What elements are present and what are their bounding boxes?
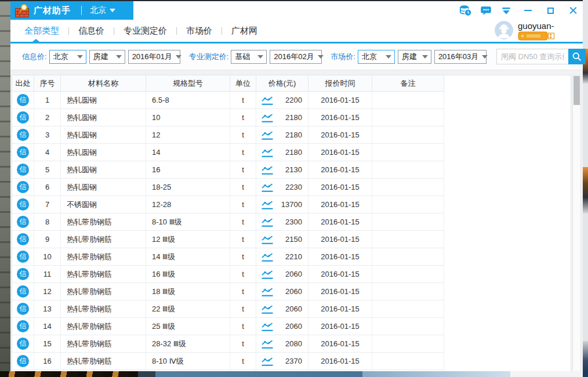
info-price-month-select[interactable]: 2016年01月 [128,50,180,64]
search-button[interactable] [568,49,586,64]
table-row[interactable]: 信 4 热轧圆钢 14 t 2180 2016-01-15 [12,144,444,161]
cell-seq: 8 [34,213,61,230]
price-trend-icon[interactable] [261,130,274,140]
cell-price: 2180 [285,113,302,122]
professional-price-month-select[interactable]: 2016年02月 [270,50,322,64]
cell-material-name: 热轧圆钢 [61,126,146,143]
city-picker[interactable]: 北京 [90,5,115,16]
table-row[interactable]: 信 5 热轧圆钢 16 t 2130 2016-01-15 [12,161,444,179]
cell-seq: 12 [34,283,61,300]
info-source-badge[interactable]: 信 [17,129,29,141]
table-row[interactable]: 信 6 热轧圆钢 18-25 t 2230 2016-01-15 [12,179,444,196]
table-row[interactable]: 信 3 热轧圆钢 12 t 2180 2016-01-15 [12,126,444,144]
price-trend-icon[interactable] [261,147,274,157]
titlebar-brand: 广材助手 北京 [10,1,133,20]
table-row[interactable]: 信 14 热轧带肋钢筋 25 Ⅲ级 t 2060 2016-01-15 [12,318,444,335]
info-source-badge[interactable]: 信 [17,146,29,158]
info-price-trade-select[interactable]: 房建 [89,50,125,64]
professional-price-level-select[interactable]: 基础 [231,50,267,64]
avatar[interactable] [495,21,513,39]
table-row[interactable]: 信 12 热轧带肋钢筋 18 Ⅲ级 t 2060 2016-01-15 [12,283,444,300]
table-row[interactable]: 信 2 热轧圆钢 10 t 2180 2016-01-15 [12,109,444,126]
price-trend-icon[interactable] [261,165,274,175]
info-source-badge[interactable]: 信 [17,198,29,211]
cell-price: 2150 [285,235,302,244]
tab-separator [222,27,222,35]
market-price-region-select[interactable]: 北京 [358,50,395,64]
price-trend-icon[interactable] [261,339,274,349]
tab-separator [114,27,114,35]
price-trend-icon[interactable] [261,321,274,331]
price-trend-icon[interactable] [261,356,274,366]
price-trend-icon[interactable] [261,182,274,192]
table-row[interactable]: 信 [12,370,444,371]
cell-seq: 5 [34,161,61,178]
cell-price: 2060 [285,287,302,296]
active-tab-pointer [32,39,39,42]
info-source-badge[interactable]: 信 [17,111,29,124]
info-source-badge[interactable]: 信 [17,251,29,263]
username[interactable]: guoyuan- [518,21,555,31]
table-row[interactable]: 信 8 热轧带肋钢筋 8-10 Ⅲ级 t 2300 2016-01-15 [12,213,444,231]
info-source-badge[interactable]: 信 [17,164,29,176]
table-row[interactable]: 信 7 不锈圆钢 12-28 t 13700 2016-01-15 [12,196,444,213]
info-source-badge[interactable]: 信 [17,338,29,350]
info-source-badge[interactable]: 信 [17,320,29,332]
cell-date: 2016-01-15 [308,161,372,178]
table-row[interactable]: 信 1 热轧圆钢 6.5-8 t 2200 2016-01-15 [12,92,444,109]
maximize-button[interactable] [543,4,558,17]
close-button[interactable] [565,4,580,17]
price-trend-icon[interactable] [261,269,274,279]
cell-material-name: 不锈圆钢 [61,196,146,213]
scrollbar-thumb[interactable] [574,76,580,105]
minimize-button[interactable] [520,4,535,17]
info-source-badge[interactable]: 信 [17,216,29,228]
desktop-wallpaper-strip [0,371,138,377]
collapse-filter-icon[interactable] [500,4,513,17]
price-trend-icon[interactable] [261,304,274,314]
info-price-region-select[interactable]: 北京 [49,50,86,64]
price-trend-icon[interactable] [261,113,274,122]
cell-material-name: 热轧圆钢 [61,144,146,161]
info-source-badge[interactable]: 信 [17,268,29,280]
info-source-badge[interactable]: 信 [17,285,29,298]
search-input[interactable] [496,49,568,64]
cell-unit: t [230,126,256,143]
tab-market-price[interactable]: 市场价 [185,26,213,37]
price-trend-icon[interactable] [261,287,274,296]
price-trend-icon[interactable] [261,217,274,227]
cell-date: 2016-01-15 [308,266,372,282]
table-row[interactable]: 信 15 热轧带肋钢筋 28-32 Ⅲ级 t 2080 2016-01-15 [12,335,444,353]
table-row[interactable]: 信 16 热轧带肋钢筋 8-10 Ⅳ级 t 2370 2016-01-15 [12,353,444,370]
table-row[interactable]: 信 10 热轧带肋钢筋 14 Ⅲ级 t 2210 2016-01-15 [12,248,444,266]
chat-feedback-icon[interactable] [480,4,492,17]
table-row[interactable]: 信 13 热轧带肋钢筋 22 Ⅲ级 t 2060 2016-01-15 [12,300,444,318]
info-source-badge[interactable]: 信 [17,94,29,106]
cell-note [372,161,444,178]
cell-price: 2180 [285,130,302,139]
tab-professional-price[interactable]: 专业测定价 [122,26,168,37]
info-source-badge[interactable]: 信 [17,303,29,315]
info-source-badge[interactable]: 信 [17,233,29,245]
info-source-badge[interactable]: 信 [17,355,29,367]
price-trend-icon[interactable] [261,95,274,105]
price-trend-icon[interactable] [261,200,274,209]
market-price-month-select[interactable]: 2016年03月 [434,50,487,64]
coins-history-icon[interactable] [459,4,472,17]
table-row[interactable]: 信 9 热轧带肋钢筋 12 Ⅲ级 t 2150 2016-01-15 [12,231,444,248]
tab-info-price[interactable]: 信息价 [77,26,106,37]
price-trend-icon[interactable] [261,252,274,262]
col-source: 出处 [12,75,34,91]
selected-value: 房建 [402,52,417,62]
table-row[interactable]: 信 11 热轧带肋钢筋 16 Ⅲ级 t 2060 2016-01-15 [12,266,444,283]
price-trend-icon[interactable] [261,234,274,244]
vertical-scrollbar[interactable] [572,75,581,371]
cell-unit: t [230,353,256,369]
chevron-down-icon [318,55,324,59]
cell-spec: 6.5-8 [146,92,230,108]
market-price-trade-select[interactable]: 房建 [398,50,431,64]
info-source-badge[interactable]: 信 [17,181,29,193]
tab-gc-web[interactable]: 广材网 [230,26,259,37]
tab-all-types[interactable]: 全部类型 [23,26,60,37]
cell-spec: 14 [146,144,230,161]
